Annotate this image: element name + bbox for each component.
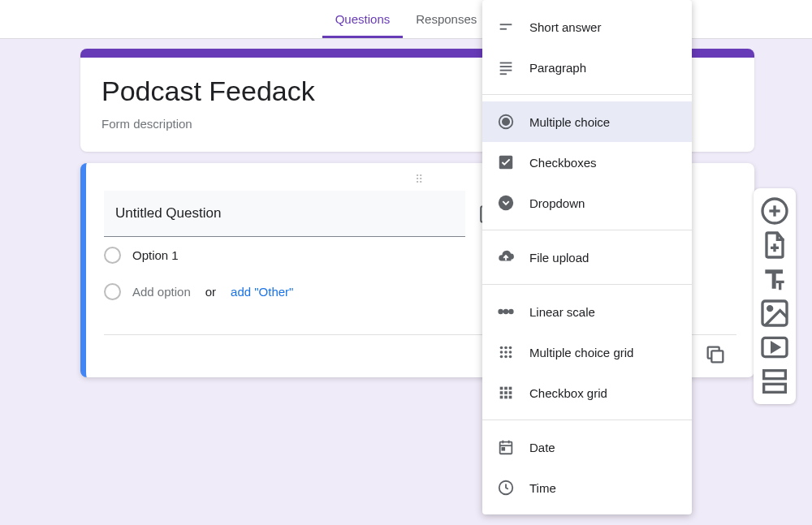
menu-item-paragraph[interactable]: Paragraph <box>482 47 692 88</box>
menu-divider <box>482 230 692 230</box>
or-text: or <box>205 285 216 299</box>
checkbox-icon <box>497 153 515 171</box>
calendar-icon <box>497 438 515 456</box>
svg-rect-34 <box>509 396 512 399</box>
svg-point-19 <box>509 346 512 350</box>
add-section-button[interactable] <box>758 365 791 398</box>
svg-rect-26 <box>500 387 503 390</box>
menu-label: Time <box>529 481 556 495</box>
radio-icon <box>104 247 121 264</box>
menu-label: Checkboxes <box>529 156 597 170</box>
menu-divider <box>482 284 692 285</box>
menu-divider <box>482 94 692 95</box>
menu-label: File upload <box>529 251 589 265</box>
svg-rect-2 <box>711 351 723 362</box>
cloud-upload-icon <box>497 248 515 266</box>
svg-point-45 <box>768 307 772 311</box>
svg-rect-39 <box>502 448 504 450</box>
tab-responses[interactable]: Responses <box>403 2 490 38</box>
svg-rect-47 <box>764 371 786 379</box>
svg-point-18 <box>504 346 508 350</box>
svg-rect-29 <box>500 391 503 394</box>
menu-item-linear-scale[interactable]: Linear scale <box>482 291 692 332</box>
add-question-button[interactable] <box>758 195 791 227</box>
svg-point-15 <box>504 310 508 314</box>
add-title-button[interactable] <box>758 263 791 295</box>
tab-questions[interactable]: Questions <box>322 2 404 38</box>
svg-point-23 <box>500 355 503 359</box>
menu-item-multiple-choice[interactable]: Multiple choice <box>482 101 692 142</box>
svg-rect-31 <box>509 391 512 394</box>
menu-item-checkbox-grid[interactable]: Checkbox grid <box>482 372 692 413</box>
menu-label: Multiple choice <box>529 115 610 129</box>
svg-point-25 <box>509 355 512 359</box>
menu-item-dropdown[interactable]: Dropdown <box>482 183 692 223</box>
floating-toolbar <box>754 188 796 404</box>
svg-point-10 <box>503 118 509 125</box>
svg-point-20 <box>500 351 503 354</box>
dropdown-icon <box>497 194 515 212</box>
duplicate-icon[interactable] <box>704 343 727 366</box>
paragraph-icon <box>497 58 515 76</box>
svg-point-24 <box>504 355 508 359</box>
menu-label: Date <box>529 441 555 454</box>
svg-rect-32 <box>500 396 503 399</box>
question-type-menu: Short answer Paragraph Multiple choice C… <box>482 0 692 514</box>
radio-button-icon <box>497 113 515 131</box>
import-questions-button[interactable] <box>758 229 791 261</box>
menu-item-file-upload[interactable]: File upload <box>482 237 692 278</box>
svg-rect-48 <box>764 384 786 392</box>
add-option-text[interactable]: Add option <box>132 285 191 299</box>
grid-squares-icon <box>497 384 515 402</box>
menu-label: Linear scale <box>529 305 595 319</box>
add-image-button[interactable] <box>758 297 791 329</box>
grid-dots-icon <box>497 343 515 361</box>
menu-label: Checkbox grid <box>529 386 607 400</box>
radio-icon <box>104 283 121 300</box>
short-answer-icon <box>497 18 515 36</box>
menu-label: Short answer <box>529 20 601 34</box>
menu-label: Dropdown <box>529 196 585 210</box>
svg-rect-30 <box>504 391 508 394</box>
svg-point-17 <box>500 346 503 350</box>
menu-label: Multiple choice grid <box>529 346 633 359</box>
option-1-text[interactable]: Option 1 <box>132 248 179 262</box>
svg-point-16 <box>509 310 513 314</box>
menu-divider <box>482 420 692 420</box>
clock-icon <box>497 479 515 497</box>
menu-label: Paragraph <box>529 61 586 75</box>
add-video-button[interactable] <box>758 331 791 364</box>
menu-item-checkboxes[interactable]: Checkboxes <box>482 142 692 183</box>
svg-rect-28 <box>509 387 512 390</box>
menu-item-time[interactable]: Time <box>482 467 692 508</box>
add-other-link[interactable]: add "Other" <box>231 285 293 299</box>
svg-rect-33 <box>504 396 508 399</box>
menu-item-mc-grid[interactable]: Multiple choice grid <box>482 332 692 372</box>
svg-point-22 <box>509 351 512 354</box>
svg-point-12 <box>499 196 513 210</box>
menu-item-date[interactable]: Date <box>482 427 692 467</box>
linear-scale-icon <box>497 303 515 321</box>
svg-rect-27 <box>504 387 508 390</box>
svg-point-14 <box>499 310 503 314</box>
question-title-input[interactable] <box>104 191 465 237</box>
svg-point-21 <box>504 351 508 354</box>
menu-item-short-answer[interactable]: Short answer <box>482 6 692 47</box>
